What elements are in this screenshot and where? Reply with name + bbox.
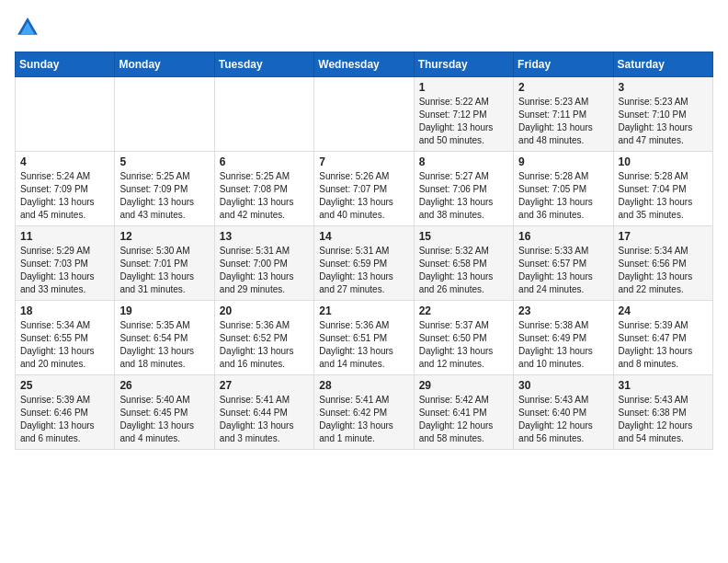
- calendar-cell: 7Sunrise: 5:26 AM Sunset: 7:07 PM Daylig…: [314, 152, 414, 226]
- day-info: Sunrise: 5:24 AM Sunset: 7:09 PM Dayligh…: [20, 170, 109, 222]
- day-info: Sunrise: 5:41 AM Sunset: 6:42 PM Dayligh…: [319, 394, 408, 445]
- day-info: Sunrise: 5:23 AM Sunset: 7:11 PM Dayligh…: [518, 96, 608, 147]
- calendar-cell: 30Sunrise: 5:43 AM Sunset: 6:40 PM Dayli…: [514, 375, 613, 450]
- weekday-header: Friday: [514, 52, 613, 77]
- day-number: 9: [518, 155, 608, 168]
- day-info: Sunrise: 5:41 AM Sunset: 6:44 PM Dayligh…: [220, 394, 309, 445]
- day-info: Sunrise: 5:25 AM Sunset: 7:09 PM Dayligh…: [119, 170, 209, 222]
- day-number: 24: [619, 304, 708, 317]
- calendar-cell: 24Sunrise: 5:39 AM Sunset: 6:47 PM Dayli…: [613, 301, 712, 375]
- logo: [15, 15, 44, 40]
- day-info: Sunrise: 5:37 AM Sunset: 6:50 PM Dayligh…: [419, 319, 508, 371]
- day-number: 5: [119, 155, 209, 168]
- weekday-header: Monday: [115, 52, 214, 77]
- day-number: 2: [518, 81, 608, 94]
- day-number: 27: [220, 379, 309, 392]
- day-number: 20: [220, 304, 309, 317]
- day-number: 6: [220, 155, 309, 168]
- calendar-cell: 17Sunrise: 5:34 AM Sunset: 6:56 PM Dayli…: [613, 226, 712, 301]
- day-number: 25: [20, 379, 109, 392]
- calendar-cell: 12Sunrise: 5:30 AM Sunset: 7:01 PM Dayli…: [115, 226, 214, 301]
- calendar-cell: 4Sunrise: 5:24 AM Sunset: 7:09 PM Daylig…: [16, 152, 115, 226]
- calendar-week-row: 4Sunrise: 5:24 AM Sunset: 7:09 PM Daylig…: [16, 152, 713, 226]
- calendar-cell: 31Sunrise: 5:43 AM Sunset: 6:38 PM Dayli…: [613, 375, 712, 450]
- day-info: Sunrise: 5:27 AM Sunset: 7:06 PM Dayligh…: [419, 170, 508, 222]
- calendar-cell: 18Sunrise: 5:34 AM Sunset: 6:55 PM Dayli…: [16, 301, 115, 375]
- day-info: Sunrise: 5:39 AM Sunset: 6:47 PM Dayligh…: [619, 319, 708, 371]
- day-info: Sunrise: 5:22 AM Sunset: 7:12 PM Dayligh…: [419, 96, 508, 147]
- day-number: 12: [119, 230, 209, 243]
- calendar-cell: 28Sunrise: 5:41 AM Sunset: 6:42 PM Dayli…: [314, 375, 414, 450]
- calendar-week-row: 18Sunrise: 5:34 AM Sunset: 6:55 PM Dayli…: [16, 301, 713, 375]
- day-info: Sunrise: 5:36 AM Sunset: 6:51 PM Dayligh…: [319, 319, 408, 371]
- calendar-cell: 13Sunrise: 5:31 AM Sunset: 7:00 PM Dayli…: [214, 226, 313, 301]
- day-number: 29: [419, 379, 508, 392]
- day-number: 7: [319, 155, 408, 168]
- calendar-cell: 16Sunrise: 5:33 AM Sunset: 6:57 PM Dayli…: [514, 226, 613, 301]
- calendar-week-row: 25Sunrise: 5:39 AM Sunset: 6:46 PM Dayli…: [16, 375, 713, 450]
- day-info: Sunrise: 5:43 AM Sunset: 6:40 PM Dayligh…: [518, 394, 608, 445]
- calendar-cell: 23Sunrise: 5:38 AM Sunset: 6:49 PM Dayli…: [514, 301, 613, 375]
- calendar-cell: 1Sunrise: 5:22 AM Sunset: 7:12 PM Daylig…: [414, 77, 513, 152]
- day-info: Sunrise: 5:28 AM Sunset: 7:05 PM Dayligh…: [518, 170, 608, 222]
- day-number: 10: [619, 155, 708, 168]
- day-number: 22: [419, 304, 508, 317]
- calendar-cell: 22Sunrise: 5:37 AM Sunset: 6:50 PM Dayli…: [414, 301, 513, 375]
- day-number: 21: [319, 304, 408, 317]
- day-info: Sunrise: 5:36 AM Sunset: 6:52 PM Dayligh…: [220, 319, 309, 371]
- day-info: Sunrise: 5:35 AM Sunset: 6:54 PM Dayligh…: [119, 319, 209, 371]
- day-info: Sunrise: 5:26 AM Sunset: 7:07 PM Dayligh…: [319, 170, 408, 222]
- day-number: 8: [419, 155, 508, 168]
- calendar-cell: 2Sunrise: 5:23 AM Sunset: 7:11 PM Daylig…: [514, 77, 613, 152]
- calendar-cell: 15Sunrise: 5:32 AM Sunset: 6:58 PM Dayli…: [414, 226, 513, 301]
- day-info: Sunrise: 5:31 AM Sunset: 6:59 PM Dayligh…: [319, 245, 408, 296]
- calendar-cell: 5Sunrise: 5:25 AM Sunset: 7:09 PM Daylig…: [115, 152, 214, 226]
- day-number: 18: [20, 304, 109, 317]
- calendar-cell: 10Sunrise: 5:28 AM Sunset: 7:04 PM Dayli…: [613, 152, 712, 226]
- day-number: 15: [419, 230, 508, 243]
- day-info: Sunrise: 5:30 AM Sunset: 7:01 PM Dayligh…: [119, 245, 209, 296]
- day-info: Sunrise: 5:28 AM Sunset: 7:04 PM Dayligh…: [619, 170, 708, 222]
- day-info: Sunrise: 5:33 AM Sunset: 6:57 PM Dayligh…: [518, 245, 608, 296]
- day-info: Sunrise: 5:23 AM Sunset: 7:10 PM Dayligh…: [619, 96, 708, 147]
- calendar-cell: 9Sunrise: 5:28 AM Sunset: 7:05 PM Daylig…: [514, 152, 613, 226]
- day-number: 31: [619, 379, 708, 392]
- calendar-cell: 11Sunrise: 5:29 AM Sunset: 7:03 PM Dayli…: [16, 226, 115, 301]
- day-info: Sunrise: 5:40 AM Sunset: 6:45 PM Dayligh…: [119, 394, 209, 445]
- page-header: [15, 15, 713, 40]
- day-info: Sunrise: 5:25 AM Sunset: 7:08 PM Dayligh…: [220, 170, 309, 222]
- logo-icon: [15, 15, 40, 40]
- day-info: Sunrise: 5:34 AM Sunset: 6:55 PM Dayligh…: [20, 319, 109, 371]
- day-number: 26: [119, 379, 209, 392]
- day-info: Sunrise: 5:42 AM Sunset: 6:41 PM Dayligh…: [419, 394, 508, 445]
- calendar-cell: 21Sunrise: 5:36 AM Sunset: 6:51 PM Dayli…: [314, 301, 414, 375]
- calendar-cell: [314, 77, 414, 152]
- calendar-cell: [115, 77, 214, 152]
- day-number: 28: [319, 379, 408, 392]
- calendar-cell: 27Sunrise: 5:41 AM Sunset: 6:44 PM Dayli…: [214, 375, 313, 450]
- day-info: Sunrise: 5:38 AM Sunset: 6:49 PM Dayligh…: [518, 319, 608, 371]
- day-info: Sunrise: 5:34 AM Sunset: 6:56 PM Dayligh…: [619, 245, 708, 296]
- weekday-header-row: SundayMondayTuesdayWednesdayThursdayFrid…: [16, 52, 713, 77]
- day-number: 1: [419, 81, 508, 94]
- weekday-header: Thursday: [414, 52, 513, 77]
- day-number: 23: [518, 304, 608, 317]
- calendar-cell: 14Sunrise: 5:31 AM Sunset: 6:59 PM Dayli…: [314, 226, 414, 301]
- calendar-cell: 19Sunrise: 5:35 AM Sunset: 6:54 PM Dayli…: [115, 301, 214, 375]
- day-number: 11: [20, 230, 109, 243]
- day-number: 13: [220, 230, 309, 243]
- day-number: 4: [20, 155, 109, 168]
- calendar-table: SundayMondayTuesdayWednesdayThursdayFrid…: [15, 52, 713, 450]
- day-info: Sunrise: 5:29 AM Sunset: 7:03 PM Dayligh…: [20, 245, 109, 296]
- weekday-header: Saturday: [613, 52, 712, 77]
- day-info: Sunrise: 5:43 AM Sunset: 6:38 PM Dayligh…: [619, 394, 708, 445]
- calendar-cell: 25Sunrise: 5:39 AM Sunset: 6:46 PM Dayli…: [16, 375, 115, 450]
- weekday-header: Sunday: [16, 52, 115, 77]
- calendar-cell: 6Sunrise: 5:25 AM Sunset: 7:08 PM Daylig…: [214, 152, 313, 226]
- weekday-header: Wednesday: [314, 52, 414, 77]
- day-number: 14: [319, 230, 408, 243]
- day-info: Sunrise: 5:31 AM Sunset: 7:00 PM Dayligh…: [220, 245, 309, 296]
- calendar-cell: 8Sunrise: 5:27 AM Sunset: 7:06 PM Daylig…: [414, 152, 513, 226]
- day-number: 16: [518, 230, 608, 243]
- day-number: 19: [119, 304, 209, 317]
